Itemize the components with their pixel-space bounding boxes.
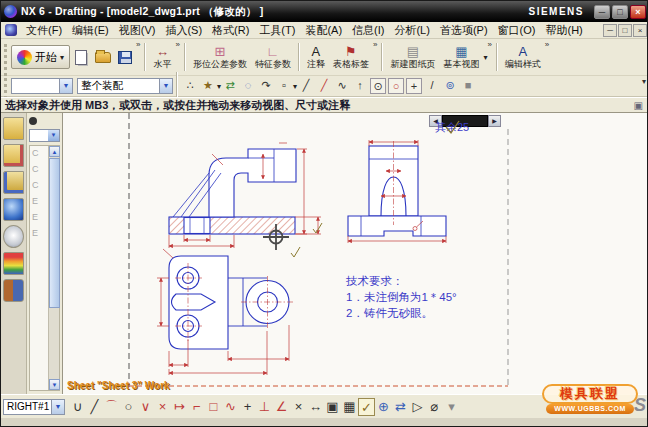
toolbar-grip[interactable] [4, 73, 8, 99]
annotation-button[interactable]: A 注释 [303, 41, 329, 74]
quadrant-point-icon[interactable]: ○ [388, 78, 404, 94]
pushpin-icon[interactable] [29, 117, 37, 125]
rotate-view-icon[interactable]: ↷ [258, 78, 274, 94]
make-symmetric-icon[interactable]: ⊕ [375, 398, 392, 416]
new-document-button[interactable] [71, 47, 91, 67]
view-top[interactable] [157, 247, 300, 375]
studio-spline-icon[interactable]: ∿ [222, 398, 239, 416]
overflow-chevron[interactable]: » [136, 40, 140, 49]
menu-edit[interactable]: 编辑(E) [67, 22, 114, 39]
point-on-curve-icon[interactable]: / [424, 78, 440, 94]
sketch-view-combo[interactable]: RIGHT#1 ▼ [3, 399, 65, 415]
menu-file[interactable]: 文件(F) [21, 22, 67, 39]
perpendicular-constraint-icon[interactable]: ⊥ [256, 398, 273, 416]
end-point-icon[interactable]: ╱ [298, 78, 314, 94]
sphere-select-icon[interactable]: ◌ [240, 78, 256, 94]
navigator-list[interactable]: CCCEEE ▲ ▼ [29, 145, 60, 391]
alternate-solution-icon[interactable]: ⇄ [392, 398, 409, 416]
quick-trim-icon[interactable]: × [154, 398, 171, 416]
menu-assemblies[interactable]: 装配(A) [300, 22, 347, 39]
solid-body-icon[interactable]: ■ [460, 78, 476, 94]
title-bar[interactable]: NX 6 - Drafting - [model2_dwg1.prt （修改的）… [1, 1, 648, 22]
menu-tools[interactable]: 工具(T) [254, 22, 300, 39]
part-navigator-tab[interactable] [3, 171, 24, 194]
combo-dropdown-icon[interactable]: ▼ [51, 400, 64, 414]
arc-center-icon[interactable]: ⊙ [370, 78, 386, 94]
scroll-right-icon[interactable]: ▶ [488, 115, 501, 127]
scroll-thumb[interactable] [49, 158, 60, 308]
constraint-navigator-tab[interactable] [3, 144, 24, 167]
panel-scrollbar[interactable]: ▲ ▼ [48, 146, 59, 390]
rectangle-icon[interactable]: □ [205, 398, 222, 416]
menu-preferences[interactable]: 首选项(P) [435, 22, 493, 39]
roles-tab[interactable] [3, 279, 24, 302]
panel-filter-combo[interactable]: ▼ [29, 129, 60, 142]
reuse-library-tab[interactable] [3, 198, 24, 221]
point-constructor-icon-caret[interactable]: ▾ [217, 82, 221, 91]
mid-point-icon[interactable]: ╱ [316, 78, 332, 94]
intersection-point-icon[interactable]: ↑ [352, 78, 368, 94]
cue-bar-icon[interactable]: ▣ [634, 100, 643, 111]
menu-window[interactable]: 窗口(O) [493, 22, 541, 39]
animate-dimension-icon[interactable]: ▷ [409, 398, 426, 416]
angle-constraint-icon[interactable]: ∠ [273, 398, 290, 416]
point-on-surface-icon[interactable]: ⊚ [442, 78, 458, 94]
assembly-navigator-tab[interactable] [3, 117, 24, 140]
menu-help[interactable]: 帮助(H) [540, 22, 587, 39]
view-side-elevation[interactable] [169, 143, 322, 248]
snap-point-icon[interactable]: ∴ [182, 78, 198, 94]
base-view-caret-icon[interactable]: ▾ [483, 53, 487, 62]
point-icon[interactable]: + [239, 398, 256, 416]
toolbar-grip[interactable] [4, 44, 8, 70]
marquee-select-icon-caret[interactable]: ▾ [293, 82, 297, 91]
circle-icon[interactable]: ○ [120, 398, 137, 416]
mdi-restore-icon[interactable]: □ [618, 24, 632, 37]
edit-style-button[interactable]: A 编辑样式 [501, 41, 545, 74]
overflow-chevron[interactable]: » [373, 40, 377, 49]
menu-insert[interactable]: 插入(S) [160, 22, 207, 39]
table-label-button[interactable]: ⚑ 表格标签 [329, 41, 373, 74]
overflow-chevron[interactable]: » [487, 40, 491, 49]
horizontal-dimension-button[interactable]: ↔ 水平 [149, 41, 175, 74]
menu-analysis[interactable]: 分析(L) [389, 22, 434, 39]
auto-dimension-icon[interactable]: ↔ [307, 398, 324, 416]
menu-information[interactable]: 信息(I) [347, 22, 389, 39]
pattern-curve-icon[interactable]: ▦ [341, 398, 358, 416]
view-front[interactable] [348, 140, 446, 243]
overflow-chevron[interactable]: » [545, 40, 549, 49]
drawing-canvas[interactable] [63, 113, 648, 394]
start-button[interactable]: 开始 ▾ [11, 45, 70, 69]
menu-format[interactable]: 格式(R) [207, 22, 254, 39]
open-button[interactable] [93, 47, 113, 67]
toolbar-overflow-icon[interactable]: ▾ [443, 398, 460, 416]
existing-point-icon[interactable]: + [406, 78, 422, 94]
minimize-button[interactable]: ─ [594, 5, 610, 19]
selection-scope-combo[interactable]: 整个装配 ▼ [77, 78, 173, 94]
mdi-close-icon[interactable]: × [633, 24, 647, 37]
arc-icon[interactable]: ⌒ [103, 398, 120, 416]
convert-reference-icon[interactable]: ⌀ [426, 398, 443, 416]
base-view-button[interactable]: ▦ 基本视图 [439, 41, 483, 74]
line-icon[interactable]: ╱ [86, 398, 103, 416]
roughness-annotation[interactable]: 其余25 [435, 120, 469, 135]
control-point-icon[interactable]: ∿ [334, 78, 350, 94]
point-constructor-icon[interactable]: ★ [200, 78, 216, 94]
mdi-minimize-icon[interactable]: ─ [603, 24, 617, 37]
constraint-tool-icon[interactable]: ✓ [358, 398, 375, 416]
mirror-curve-icon[interactable]: ▣ [324, 398, 341, 416]
marquee-select-icon[interactable]: ▫ [276, 78, 292, 94]
graphics-window[interactable]: ◀ ▶ 其余25 技术要求： 1．未注倒角为1＊45° 2．铸件无砂眼。 She… [63, 113, 648, 394]
quick-extend-icon[interactable]: ↦ [171, 398, 188, 416]
feature-parameters-button[interactable]: ∟ 特征参数 [251, 41, 295, 74]
palettes-tab[interactable] [3, 252, 24, 275]
overflow-caret[interactable]: ▾ [642, 77, 646, 86]
close-button[interactable]: × [630, 5, 646, 19]
scroll-down-icon[interactable]: ▼ [49, 379, 60, 390]
menu-view[interactable]: 视图(V) [114, 22, 161, 39]
history-tab[interactable] [3, 225, 24, 248]
gdt-parameters-button[interactable]: ⊞ 形位公差参数 [189, 41, 251, 74]
swap-arrows-icon[interactable]: ⇄ [222, 78, 238, 94]
scroll-up-icon[interactable]: ▲ [49, 146, 60, 157]
technical-notes[interactable]: 技术要求： 1．未注倒角为1＊45° 2．铸件无砂眼。 [346, 273, 457, 321]
derived-lines-icon[interactable]: ∨ [137, 398, 154, 416]
